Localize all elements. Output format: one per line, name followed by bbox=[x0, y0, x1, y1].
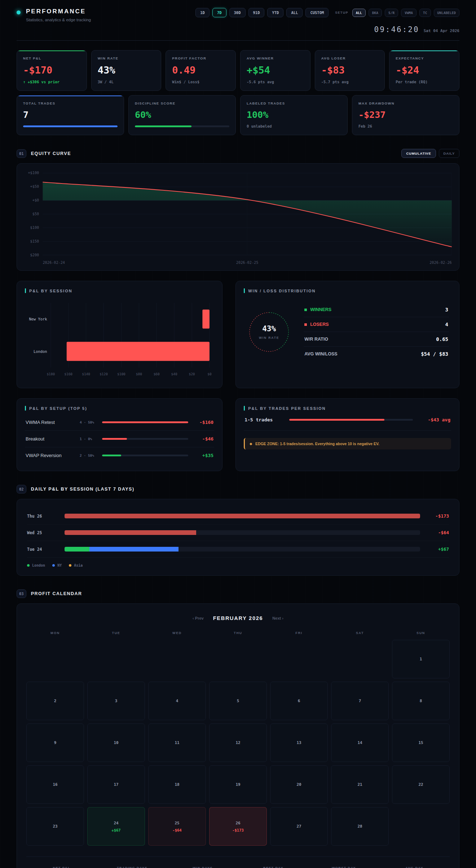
calendar-day-9[interactable]: 9 bbox=[26, 723, 84, 762]
calendar-day-5[interactable]: 5 bbox=[209, 682, 267, 720]
equity-curve-panel: +$100+$50+$0$50$100$150$200 2026-02-2420… bbox=[17, 163, 459, 271]
tps-label: 1-5 trades bbox=[244, 417, 283, 422]
weekday-label: WED bbox=[148, 631, 206, 635]
kpi-label: DISCIPLINE SCORE bbox=[135, 101, 229, 105]
calendar-day-15[interactable]: 15 bbox=[392, 723, 450, 762]
legend-dot-icon bbox=[69, 564, 71, 567]
kpi-accent-bar bbox=[17, 50, 87, 51]
calendar-day-19[interactable]: 19 bbox=[209, 765, 267, 804]
calendar-day-17[interactable]: 17 bbox=[87, 765, 145, 804]
range-1d-button[interactable]: 1D bbox=[195, 8, 210, 17]
kpi-label: TOTAL TRADES bbox=[23, 101, 118, 105]
setup-meta: 1 · 0% bbox=[80, 437, 102, 441]
weekday-label: FRI bbox=[270, 631, 328, 635]
day-pnl: -$64 bbox=[172, 828, 181, 832]
daily-row-wed-25: Wed 25 -$64 bbox=[27, 524, 449, 541]
calendar-day-10[interactable]: 10 bbox=[87, 723, 145, 762]
kpi-value: -$170 bbox=[23, 65, 80, 76]
kpi-value: 0.49 bbox=[172, 65, 229, 76]
calendar-day-18[interactable]: 18 bbox=[148, 765, 206, 804]
kpi-value: 60% bbox=[135, 110, 229, 120]
setup-all-button[interactable]: ALL bbox=[352, 9, 366, 17]
calendar-day-12[interactable]: 12 bbox=[209, 723, 267, 762]
calendar-day-22[interactable]: 22 bbox=[392, 765, 450, 804]
calendar-day-11[interactable]: 11 bbox=[148, 723, 206, 762]
kpi-card-win-rate: WIN RATE 43% 3W / 4L bbox=[91, 50, 162, 91]
kpi-card-discipline-score: DISCIPLINE SCORE 60% bbox=[128, 95, 236, 135]
range-all-button[interactable]: ALL bbox=[286, 8, 303, 17]
profit-calendar-panel: ‹ Prev FEBRUARY 2026 Next › MONTUEWEDTHU… bbox=[17, 603, 459, 868]
range-custom-button[interactable]: CUSTOM bbox=[305, 8, 329, 17]
calendar-day-21[interactable]: 21 bbox=[331, 765, 389, 804]
day-number: 7 bbox=[359, 699, 361, 703]
kpi-value: +$54 bbox=[247, 65, 304, 76]
summary-label: AVG DAY bbox=[405, 866, 423, 868]
kpi-row-2: TOTAL TRADES 7 DISCIPLINE SCORE 60% LABE… bbox=[17, 95, 459, 135]
svg-text:London: London bbox=[34, 349, 47, 354]
day-number: 24 bbox=[114, 821, 118, 825]
kpi-card-total-trades: TOTAL TRADES 7 bbox=[17, 95, 124, 135]
day-number: 4 bbox=[176, 699, 178, 703]
day-pnl: +$67 bbox=[111, 828, 120, 832]
next-month-button[interactable]: Next › bbox=[272, 616, 283, 620]
calendar-day-26[interactable]: 26 -$173 bbox=[209, 807, 267, 846]
daily-pnl-rows: Thu 26 -$173 Wed 25 -$64 Tue 24 +$67 bbox=[27, 508, 449, 558]
svg-text:2026-02-26: 2026-02-26 bbox=[429, 261, 452, 265]
equity-curve-svg: +$100+$50+$0$50$100$150$200 2026-02-2420… bbox=[20, 168, 456, 268]
calendar-day-14[interactable]: 14 bbox=[331, 723, 389, 762]
calendar-day-1[interactable]: 1 bbox=[392, 640, 450, 678]
legend-square-icon bbox=[304, 323, 307, 326]
summary-label: BEST DAY bbox=[263, 866, 283, 868]
kpi-sub: ↑ +$306 vs prior bbox=[23, 80, 80, 84]
range-7d-button[interactable]: 7D bbox=[212, 8, 226, 17]
day-number: 8 bbox=[420, 699, 422, 703]
toggle-daily-button[interactable]: DAILY bbox=[439, 149, 459, 158]
calendar-day-28[interactable]: 28 bbox=[331, 807, 389, 846]
legend-dot-icon bbox=[52, 564, 55, 567]
calendar-day-16[interactable]: 16 bbox=[26, 765, 84, 804]
prev-month-button[interactable]: ‹ Prev bbox=[193, 616, 204, 620]
kpi-card-labeled-trades: LABELED TRADES 100% 0 unlabeled bbox=[240, 95, 348, 135]
svg-text:+$100: +$100 bbox=[28, 171, 39, 175]
svg-text:+$50: +$50 bbox=[30, 185, 39, 189]
setup-vwma-button[interactable]: VWMA bbox=[401, 9, 416, 17]
range-91d-button[interactable]: 91D bbox=[248, 8, 265, 17]
calendar-day-13[interactable]: 13 bbox=[270, 723, 328, 762]
calendar-day-2[interactable]: 2 bbox=[26, 682, 84, 720]
range-30d-button[interactable]: 30D bbox=[229, 8, 246, 17]
calendar-day-23[interactable]: 23 bbox=[26, 807, 84, 846]
tps-bar bbox=[289, 419, 413, 421]
win-loss-stats: WINNERS 3 LOSERS 4 W/R RATIO 0.65 AVG WI… bbox=[304, 302, 449, 361]
session-bar-london bbox=[67, 342, 210, 361]
calendar-day-3[interactable]: 3 bbox=[87, 682, 145, 720]
toggle-cumulative-button[interactable]: CUMULATIVE bbox=[401, 149, 436, 158]
setup-tc-button[interactable]: TC bbox=[419, 9, 431, 17]
section-number-badge: 03 bbox=[17, 589, 26, 598]
calendar-day-24[interactable]: 24 +$67 bbox=[87, 807, 145, 846]
legend-item-london: London bbox=[27, 563, 45, 567]
section-header-calendar: 03 PROFIT CALENDAR bbox=[17, 589, 459, 598]
filter-bar: 1D7D30D91DYTDALLCUSTOM SETUP ALLBKAS/RVW… bbox=[195, 8, 459, 17]
day-number: 21 bbox=[357, 782, 362, 787]
setup-s-r-button[interactable]: S/R bbox=[385, 9, 398, 17]
calendar-day-25[interactable]: 25 -$64 bbox=[148, 807, 206, 846]
kpi-sub: -5.7 pts avg bbox=[321, 80, 379, 84]
calendar-day-20[interactable]: 20 bbox=[270, 765, 328, 804]
calendar-day-27[interactable]: 27 bbox=[270, 807, 328, 846]
setup-bka-button[interactable]: BKA bbox=[369, 9, 382, 17]
weekday-header-row: MONTUEWEDTHUFRISATSUN bbox=[26, 631, 450, 635]
calendar-day-4[interactable]: 4 bbox=[148, 682, 206, 720]
calendar-day-8[interactable]: 8 bbox=[392, 682, 450, 720]
edge-zone-note: ◆ EDGE ZONE: 1-5 trades/session. Everyth… bbox=[244, 438, 451, 449]
calendar-day-7[interactable]: 7 bbox=[331, 682, 389, 720]
day-number: 25 bbox=[175, 821, 179, 825]
setup-name: VWAP Reversion bbox=[26, 453, 80, 458]
svg-text:$180: $180 bbox=[47, 372, 55, 376]
tps-row-1-5-trades: 1-5 trades -$43 avg bbox=[244, 411, 451, 431]
setup-unlabeled-button[interactable]: UNLABELED bbox=[434, 9, 459, 17]
stat-value: 3 bbox=[445, 307, 448, 313]
calendar-day-6[interactable]: 6 bbox=[270, 682, 328, 720]
header-divider bbox=[17, 40, 459, 41]
range-ytd-button[interactable]: YTD bbox=[267, 8, 283, 17]
day-number: 14 bbox=[357, 740, 362, 745]
